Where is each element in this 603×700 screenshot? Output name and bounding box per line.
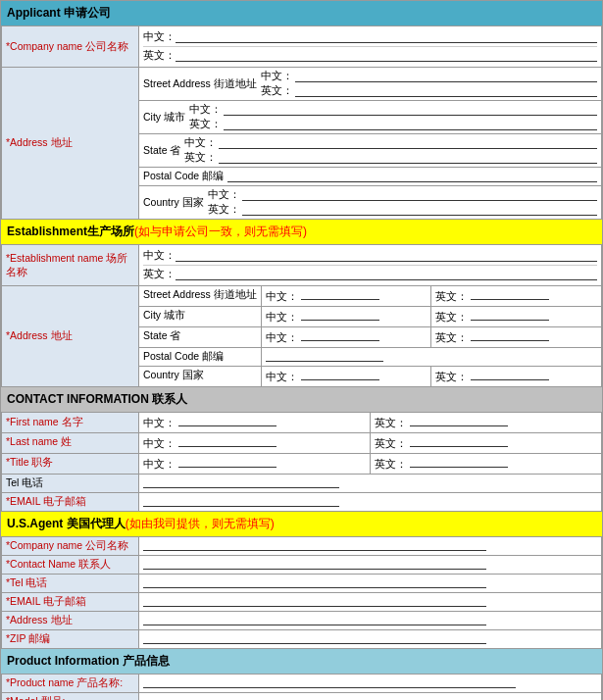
agent-company-label: *Company name 公司名称 [2,537,139,556]
street-english-input[interactable] [295,85,597,97]
product-name-label: *Product name 产品名称: [2,675,139,693]
agent-zip-input-cell [139,630,602,649]
agent-tel-label: *Tel 电话 [2,575,139,593]
estab-street-chinese-input[interactable] [301,288,379,300]
estab-street-row: *Address 地址 Street Address 街道地址 中文： 英文： [2,286,602,307]
estab-country-cn-cell: 中文： [261,367,431,387]
company-chinese-input[interactable] [176,31,597,43]
street-address-row: Street Address 街道地址 中文： 英文： [143,70,597,98]
title-en-cell: 英文： [371,454,602,475]
estab-address-label: *Address 地址 [2,286,139,387]
firstname-en-cell: 英文： [371,413,602,433]
estab-state-english-input[interactable] [471,329,549,341]
agent-header-text: U.S.Agent 美国代理人(如由我司提供，则无需填写) [7,517,275,530]
estab-street-english-input[interactable] [471,288,549,300]
email-row: *EMAIL 电子邮箱 [2,493,602,512]
estab-country-chinese-input[interactable] [301,369,379,380]
estab-city-english-input[interactable] [471,309,549,321]
agent-tel-input-cell [139,575,602,593]
title-chinese-input[interactable] [178,456,276,468]
estab-city-en-cell: 英文： [431,307,602,327]
city-chinese-input[interactable] [224,104,597,116]
state-english-input[interactable] [219,152,597,164]
country-english-row: 英文： [208,203,597,217]
agent-email-input[interactable] [143,595,486,607]
estab-name-chinese-input[interactable] [176,250,597,262]
estab-name-english: 英文： [143,266,597,283]
country-row-inner: Country 国家 中文： 英文： [143,188,597,217]
estab-street-en-cell: 英文： [431,286,602,307]
applicant-company-table: *Company name 公司名称 中文： 英文： *Address 地址 S… [1,25,602,220]
model-row: *Model 型号: [2,693,602,701]
agent-zip-row: *ZIP 邮编 [2,630,602,649]
estab-postal-label-cell: Postal Code 邮编 [139,348,262,367]
agent-zip-input[interactable] [143,632,486,644]
email-input-cell [139,493,602,512]
estab-city-chinese-input[interactable] [301,309,379,321]
firstname-english-input[interactable] [410,415,508,426]
tel-input[interactable] [143,476,339,488]
applicant-header: Applicant 申请公司 [1,1,602,25]
street-cn-en: 中文： 英文： [261,70,597,98]
estab-state-en-cell: 英文： [431,327,602,348]
product-name-input-cell [139,675,602,693]
address-row: *Address 地址 Street Address 街道地址 中文： 英文： [2,68,602,101]
estab-name-english-input[interactable] [176,269,597,280]
company-name-row: *Company name 公司名称 中文： 英文： [2,26,602,68]
lastname-english-input[interactable] [410,435,508,447]
agent-contact-input[interactable] [143,558,486,570]
title-english-input[interactable] [410,456,508,468]
street-english-row: 英文： [261,84,597,98]
estab-state-chinese-input[interactable] [301,329,379,341]
lastname-row: *Last name 姓 中文： 英文： [2,433,602,454]
estab-state-label-cell: State 省 [139,327,262,348]
estab-country-english-input[interactable] [471,369,549,380]
company-name-label: *Company name 公司名称 [2,26,139,68]
agent-address-input[interactable] [143,614,486,625]
email-label: *EMAIL 电子邮箱 [2,493,139,512]
street-chinese-input[interactable] [295,71,597,82]
firstname-row: *First name 名字 中文： 英文： [2,413,602,433]
country-chinese-input[interactable] [242,189,597,201]
state-chinese-input[interactable] [219,137,597,149]
estab-name-label: *Establishment name 场所名称 [2,245,139,286]
agent-address-row: *Address 地址 [2,612,602,630]
estab-street-cn-cell: 中文： [261,286,431,307]
company-name-values: 中文： 英文： [139,26,602,68]
firstname-cn-cell: 中文： [139,413,371,433]
agent-header: U.S.Agent 美国代理人(如由我司提供，则无需填写) [1,512,602,536]
product-header: Product Information 产品信息 [1,649,602,674]
contact-header-text: CONTACT INFORMATION 联系人 [7,392,187,406]
firstname-chinese-input[interactable] [178,415,276,426]
company-chinese-field: 中文： [143,28,597,47]
establishment-header: Establishment生产场所(如与申请公司一致，则无需填写) [1,220,602,244]
estab-city-cn-cell: 中文： [261,307,431,327]
lastname-en-cell: 英文： [371,433,602,454]
city-row-inner: City 城市 中文： 英文： [143,103,597,131]
estab-postal-input-cell [261,348,601,367]
postal-input[interactable] [227,171,597,182]
firstname-label: *First name 名字 [2,413,139,433]
product-name-input[interactable] [143,676,516,688]
email-input[interactable] [143,495,339,507]
lastname-chinese-input[interactable] [178,435,276,447]
agent-email-input-cell [139,593,602,612]
contact-header: CONTACT INFORMATION 联系人 [1,387,602,412]
model-input[interactable] [143,695,516,700]
agent-contact-row: *Contact Name 联系人 [2,556,602,575]
agent-tel-input[interactable] [143,576,486,588]
city-english-input[interactable] [224,119,597,130]
agent-contact-label: *Contact Name 联系人 [2,556,139,575]
country-english-input[interactable] [242,204,597,216]
establishment-table: *Establishment name 场所名称 中文： 英文： *Addres… [1,244,602,387]
city-english-row: 英文： [189,118,597,131]
agent-company-input[interactable] [143,539,486,551]
title-row: *Title 职务 中文： 英文： [2,454,602,475]
estab-street-label-cell: Street Address 街道地址 [139,286,262,307]
city-cn-en: 中文： 英文： [189,103,597,131]
country-cell: Country 国家 中文： 英文： [139,186,602,220]
company-english-input[interactable] [176,50,597,62]
estab-postal-input[interactable] [266,350,383,362]
country-chinese-row: 中文： [208,188,597,202]
estab-city-label-cell: City 城市 [139,307,262,327]
